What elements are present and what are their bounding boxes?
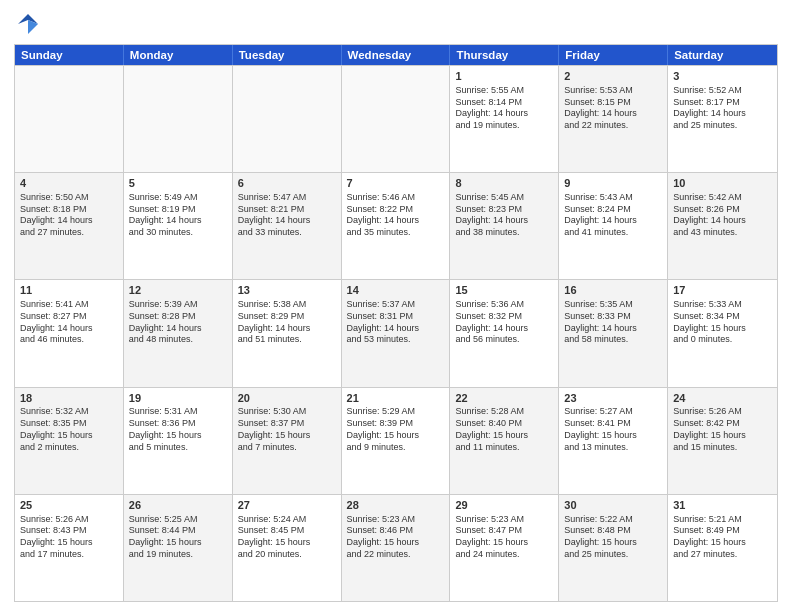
cell-info: Sunrise: 5:46 AM Sunset: 8:22 PM Dayligh…	[347, 192, 445, 239]
cal-cell	[342, 66, 451, 172]
day-number: 18	[20, 391, 118, 406]
cal-cell: 19Sunrise: 5:31 AM Sunset: 8:36 PM Dayli…	[124, 388, 233, 494]
day-number: 8	[455, 176, 553, 191]
cal-cell: 28Sunrise: 5:23 AM Sunset: 8:46 PM Dayli…	[342, 495, 451, 601]
day-number: 24	[673, 391, 772, 406]
cal-cell: 10Sunrise: 5:42 AM Sunset: 8:26 PM Dayli…	[668, 173, 777, 279]
day-number: 27	[238, 498, 336, 513]
day-number: 11	[20, 283, 118, 298]
day-number: 13	[238, 283, 336, 298]
calendar: SundayMondayTuesdayWednesdayThursdayFrid…	[14, 44, 778, 602]
cal-cell: 22Sunrise: 5:28 AM Sunset: 8:40 PM Dayli…	[450, 388, 559, 494]
cal-cell: 31Sunrise: 5:21 AM Sunset: 8:49 PM Dayli…	[668, 495, 777, 601]
day-number: 21	[347, 391, 445, 406]
cell-info: Sunrise: 5:26 AM Sunset: 8:42 PM Dayligh…	[673, 406, 772, 453]
day-number: 1	[455, 69, 553, 84]
cal-cell: 5Sunrise: 5:49 AM Sunset: 8:19 PM Daylig…	[124, 173, 233, 279]
cell-info: Sunrise: 5:55 AM Sunset: 8:14 PM Dayligh…	[455, 85, 553, 132]
day-number: 25	[20, 498, 118, 513]
day-number: 20	[238, 391, 336, 406]
cal-cell: 14Sunrise: 5:37 AM Sunset: 8:31 PM Dayli…	[342, 280, 451, 386]
cal-week: 4Sunrise: 5:50 AM Sunset: 8:18 PM Daylig…	[15, 172, 777, 279]
day-number: 4	[20, 176, 118, 191]
svg-marker-1	[28, 20, 38, 34]
day-number: 19	[129, 391, 227, 406]
cell-info: Sunrise: 5:29 AM Sunset: 8:39 PM Dayligh…	[347, 406, 445, 453]
cell-info: Sunrise: 5:47 AM Sunset: 8:21 PM Dayligh…	[238, 192, 336, 239]
cell-info: Sunrise: 5:21 AM Sunset: 8:49 PM Dayligh…	[673, 514, 772, 561]
cal-cell: 12Sunrise: 5:39 AM Sunset: 8:28 PM Dayli…	[124, 280, 233, 386]
cell-info: Sunrise: 5:31 AM Sunset: 8:36 PM Dayligh…	[129, 406, 227, 453]
cal-cell: 18Sunrise: 5:32 AM Sunset: 8:35 PM Dayli…	[15, 388, 124, 494]
cal-cell: 1Sunrise: 5:55 AM Sunset: 8:14 PM Daylig…	[450, 66, 559, 172]
day-number: 26	[129, 498, 227, 513]
cell-info: Sunrise: 5:49 AM Sunset: 8:19 PM Dayligh…	[129, 192, 227, 239]
cell-info: Sunrise: 5:26 AM Sunset: 8:43 PM Dayligh…	[20, 514, 118, 561]
day-number: 16	[564, 283, 662, 298]
day-number: 17	[673, 283, 772, 298]
calendar-body: 1Sunrise: 5:55 AM Sunset: 8:14 PM Daylig…	[15, 65, 777, 601]
day-number: 22	[455, 391, 553, 406]
cell-info: Sunrise: 5:32 AM Sunset: 8:35 PM Dayligh…	[20, 406, 118, 453]
header	[14, 10, 778, 38]
cal-week: 1Sunrise: 5:55 AM Sunset: 8:14 PM Daylig…	[15, 65, 777, 172]
cal-week: 25Sunrise: 5:26 AM Sunset: 8:43 PM Dayli…	[15, 494, 777, 601]
cal-cell	[124, 66, 233, 172]
cell-info: Sunrise: 5:30 AM Sunset: 8:37 PM Dayligh…	[238, 406, 336, 453]
cell-info: Sunrise: 5:52 AM Sunset: 8:17 PM Dayligh…	[673, 85, 772, 132]
day-number: 23	[564, 391, 662, 406]
day-number: 7	[347, 176, 445, 191]
cal-week: 11Sunrise: 5:41 AM Sunset: 8:27 PM Dayli…	[15, 279, 777, 386]
cal-cell: 6Sunrise: 5:47 AM Sunset: 8:21 PM Daylig…	[233, 173, 342, 279]
cal-cell: 26Sunrise: 5:25 AM Sunset: 8:44 PM Dayli…	[124, 495, 233, 601]
day-number: 29	[455, 498, 553, 513]
cell-info: Sunrise: 5:37 AM Sunset: 8:31 PM Dayligh…	[347, 299, 445, 346]
cal-header-cell: Wednesday	[342, 45, 451, 65]
cell-info: Sunrise: 5:27 AM Sunset: 8:41 PM Dayligh…	[564, 406, 662, 453]
day-number: 10	[673, 176, 772, 191]
cal-cell: 24Sunrise: 5:26 AM Sunset: 8:42 PM Dayli…	[668, 388, 777, 494]
day-number: 6	[238, 176, 336, 191]
cal-cell: 21Sunrise: 5:29 AM Sunset: 8:39 PM Dayli…	[342, 388, 451, 494]
cal-cell: 11Sunrise: 5:41 AM Sunset: 8:27 PM Dayli…	[15, 280, 124, 386]
cal-cell: 23Sunrise: 5:27 AM Sunset: 8:41 PM Dayli…	[559, 388, 668, 494]
cell-info: Sunrise: 5:43 AM Sunset: 8:24 PM Dayligh…	[564, 192, 662, 239]
day-number: 3	[673, 69, 772, 84]
cal-cell: 15Sunrise: 5:36 AM Sunset: 8:32 PM Dayli…	[450, 280, 559, 386]
cell-info: Sunrise: 5:35 AM Sunset: 8:33 PM Dayligh…	[564, 299, 662, 346]
cal-cell: 17Sunrise: 5:33 AM Sunset: 8:34 PM Dayli…	[668, 280, 777, 386]
cal-header-cell: Friday	[559, 45, 668, 65]
cal-cell: 9Sunrise: 5:43 AM Sunset: 8:24 PM Daylig…	[559, 173, 668, 279]
logo	[14, 10, 46, 38]
cal-cell: 7Sunrise: 5:46 AM Sunset: 8:22 PM Daylig…	[342, 173, 451, 279]
page: SundayMondayTuesdayWednesdayThursdayFrid…	[0, 0, 792, 612]
cell-info: Sunrise: 5:41 AM Sunset: 8:27 PM Dayligh…	[20, 299, 118, 346]
day-number: 28	[347, 498, 445, 513]
cal-cell: 25Sunrise: 5:26 AM Sunset: 8:43 PM Dayli…	[15, 495, 124, 601]
cal-cell: 2Sunrise: 5:53 AM Sunset: 8:15 PM Daylig…	[559, 66, 668, 172]
cal-cell	[233, 66, 342, 172]
cell-info: Sunrise: 5:50 AM Sunset: 8:18 PM Dayligh…	[20, 192, 118, 239]
cal-cell: 13Sunrise: 5:38 AM Sunset: 8:29 PM Dayli…	[233, 280, 342, 386]
cell-info: Sunrise: 5:28 AM Sunset: 8:40 PM Dayligh…	[455, 406, 553, 453]
cell-info: Sunrise: 5:23 AM Sunset: 8:46 PM Dayligh…	[347, 514, 445, 561]
cell-info: Sunrise: 5:45 AM Sunset: 8:23 PM Dayligh…	[455, 192, 553, 239]
calendar-header: SundayMondayTuesdayWednesdayThursdayFrid…	[15, 45, 777, 65]
day-number: 12	[129, 283, 227, 298]
logo-icon	[14, 10, 42, 38]
cal-cell: 20Sunrise: 5:30 AM Sunset: 8:37 PM Dayli…	[233, 388, 342, 494]
day-number: 2	[564, 69, 662, 84]
cal-header-cell: Tuesday	[233, 45, 342, 65]
cell-info: Sunrise: 5:22 AM Sunset: 8:48 PM Dayligh…	[564, 514, 662, 561]
cal-cell: 29Sunrise: 5:23 AM Sunset: 8:47 PM Dayli…	[450, 495, 559, 601]
day-number: 30	[564, 498, 662, 513]
cal-cell	[15, 66, 124, 172]
cal-cell: 3Sunrise: 5:52 AM Sunset: 8:17 PM Daylig…	[668, 66, 777, 172]
cell-info: Sunrise: 5:36 AM Sunset: 8:32 PM Dayligh…	[455, 299, 553, 346]
day-number: 5	[129, 176, 227, 191]
cell-info: Sunrise: 5:25 AM Sunset: 8:44 PM Dayligh…	[129, 514, 227, 561]
cell-info: Sunrise: 5:38 AM Sunset: 8:29 PM Dayligh…	[238, 299, 336, 346]
cell-info: Sunrise: 5:24 AM Sunset: 8:45 PM Dayligh…	[238, 514, 336, 561]
cell-info: Sunrise: 5:39 AM Sunset: 8:28 PM Dayligh…	[129, 299, 227, 346]
cal-header-cell: Monday	[124, 45, 233, 65]
